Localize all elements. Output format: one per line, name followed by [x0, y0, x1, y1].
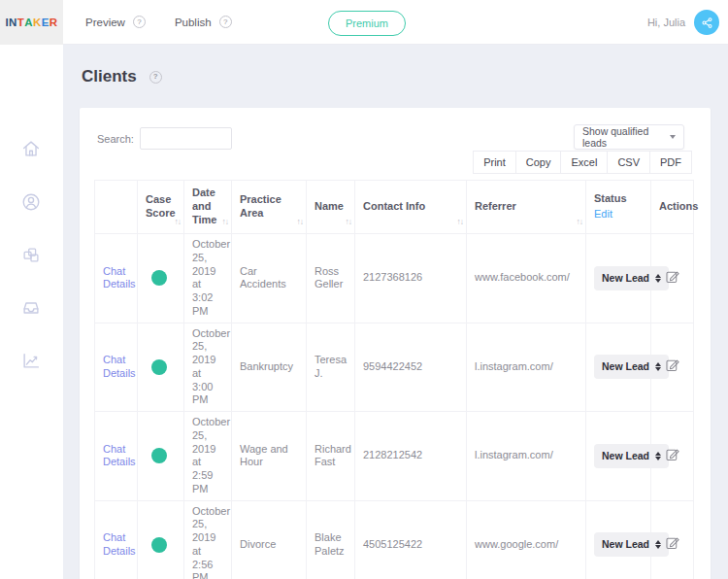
edit-note-icon[interactable]: [664, 357, 680, 377]
cell-name: Blake Paletz: [307, 500, 355, 579]
col-name[interactable]: Name↑↓: [307, 181, 355, 234]
cell-datetime: October 25, 2019 at 2:59 PM: [184, 412, 232, 501]
sort-icon[interactable]: ↑↓: [222, 217, 229, 227]
csv-button[interactable]: CSV: [607, 151, 650, 174]
avatar[interactable]: [694, 10, 719, 35]
nav-preview[interactable]: Preview ?: [85, 16, 146, 28]
status-edit-link[interactable]: Edit: [594, 208, 643, 221]
clients-table: Case Score↑↓ Date and Time↑↓ Practice Ar…: [94, 180, 694, 579]
chevron-down-icon: [670, 135, 676, 139]
qualified-leads-dropdown-label: Show qualified leads: [582, 125, 670, 149]
col-actions: Actions: [651, 181, 694, 234]
preview-label[interactable]: Preview: [85, 17, 125, 28]
home-icon[interactable]: [20, 138, 42, 159]
cell-contact: 9594422452: [355, 323, 467, 412]
cell-contact: 4505125422: [355, 500, 467, 579]
col-contact-info[interactable]: Contact Info↑↓: [355, 181, 467, 234]
sort-icon[interactable]: ↑↓: [297, 217, 304, 227]
cell-contact: 2127368126: [355, 234, 467, 324]
table-row: Chat Details October 25, 2019 at 2:59 PM…: [95, 412, 694, 501]
cell-referrer: l.instagram.com/: [467, 412, 586, 501]
cell-contact: 2128212542: [355, 412, 467, 501]
col-practice-area[interactable]: Practice Area↑↓: [232, 181, 307, 234]
edit-note-icon[interactable]: [664, 446, 680, 466]
page-title: Clients ?: [82, 67, 162, 86]
edit-note-icon[interactable]: [664, 534, 680, 555]
select-arrows-icon: [655, 274, 661, 283]
cell-datetime: October 25, 2019 at 3:02 PM: [184, 234, 232, 324]
col-status: StatusEdit: [586, 181, 651, 234]
chat-details-link[interactable]: Chat Details: [103, 443, 136, 468]
table-row: Chat Details October 25, 2019 at 3:00 PM…: [95, 323, 694, 412]
premium-button[interactable]: Premium: [328, 11, 406, 36]
publish-label[interactable]: Publish: [175, 17, 212, 28]
sort-icon[interactable]: ↑↓: [577, 217, 583, 227]
cell-practice-area: Divorce: [232, 500, 307, 579]
share-icon: [700, 16, 714, 30]
clients-icon[interactable]: [20, 191, 42, 213]
case-score-dot: [151, 359, 167, 375]
cell-practice-area: Wage and Hour: [232, 412, 307, 501]
cell-referrer: www.google.com/: [467, 500, 586, 579]
sidebar: [0, 45, 63, 579]
page-title-text: Clients: [82, 67, 137, 86]
excel-button[interactable]: Excel: [560, 151, 608, 174]
status-select[interactable]: New Lead: [594, 355, 669, 379]
clients-card: Search: Show qualified leads Print Copy …: [80, 108, 711, 579]
search-input[interactable]: [140, 127, 232, 150]
col-chat: [95, 181, 138, 234]
sort-icon[interactable]: ↑↓: [346, 217, 352, 227]
integrations-icon[interactable]: [20, 245, 42, 266]
inbox-icon[interactable]: [20, 297, 42, 319]
sort-icon[interactable]: ↑↓: [457, 217, 464, 227]
case-score-dot: [151, 448, 167, 463]
table-row: Chat Details October 25, 2019 at 3:02 PM…: [95, 234, 694, 324]
cell-name: Teresa J.: [307, 323, 355, 412]
export-buttons: Print Copy Excel CSV PDF: [474, 151, 692, 174]
table-header-row: Case Score↑↓ Date and Time↑↓ Practice Ar…: [95, 181, 694, 234]
chat-details-link[interactable]: Chat Details: [103, 265, 136, 290]
clients-help-icon[interactable]: ?: [149, 71, 162, 84]
qualified-leads-dropdown[interactable]: Show qualified leads: [574, 124, 684, 150]
cell-datetime: October 25, 2019 at 2:56 PM: [184, 500, 232, 579]
cell-name: Ross Geller: [307, 234, 355, 324]
select-arrows-icon: [655, 362, 661, 371]
top-header: INTAKER Preview ? Publish ? Premium Hi, …: [0, 0, 728, 45]
cell-practice-area: Car Accidents: [232, 234, 307, 324]
case-score-dot: [151, 537, 167, 553]
select-arrows-icon: [655, 452, 661, 460]
user-greeting: Hi, Julia: [647, 17, 685, 28]
col-date-time[interactable]: Date and Time↑↓: [184, 181, 232, 234]
nav-publish[interactable]: Publish ?: [175, 16, 232, 28]
intaker-logo[interactable]: INTAKER: [0, 0, 63, 45]
edit-note-icon[interactable]: [664, 268, 680, 289]
search-label: Search:: [97, 133, 134, 145]
preview-help-icon[interactable]: ?: [133, 16, 146, 28]
table-row: Chat Details October 25, 2019 at 2:56 PM…: [95, 500, 694, 579]
sort-icon[interactable]: ↑↓: [175, 217, 182, 227]
cell-name: Richard Fast: [307, 412, 355, 501]
case-score-dot: [151, 270, 167, 286]
analytics-icon[interactable]: [20, 350, 42, 371]
cell-practice-area: Bankruptcy: [232, 323, 307, 412]
chat-details-link[interactable]: Chat Details: [103, 354, 136, 379]
pdf-button[interactable]: PDF: [649, 151, 692, 174]
cell-referrer: l.instagram.com/: [467, 323, 586, 412]
select-arrows-icon: [655, 540, 661, 549]
status-select[interactable]: New Lead: [594, 532, 669, 557]
col-referrer[interactable]: Referrer↑↓: [467, 181, 586, 234]
publish-help-icon[interactable]: ?: [219, 16, 232, 28]
app-window: INTAKER Preview ? Publish ? Premium Hi, …: [0, 0, 728, 579]
col-case-score[interactable]: Case Score↑↓: [138, 181, 184, 234]
chat-details-link[interactable]: Chat Details: [103, 531, 136, 557]
copy-button[interactable]: Copy: [515, 151, 562, 174]
print-button[interactable]: Print: [473, 151, 516, 174]
status-select[interactable]: New Lead: [594, 444, 669, 468]
search-row: Search:: [97, 127, 232, 150]
cell-datetime: October 25, 2019 at 3:00 PM: [184, 323, 232, 412]
cell-referrer: www.facebook.com/: [467, 234, 586, 324]
status-select[interactable]: New Lead: [594, 266, 669, 290]
